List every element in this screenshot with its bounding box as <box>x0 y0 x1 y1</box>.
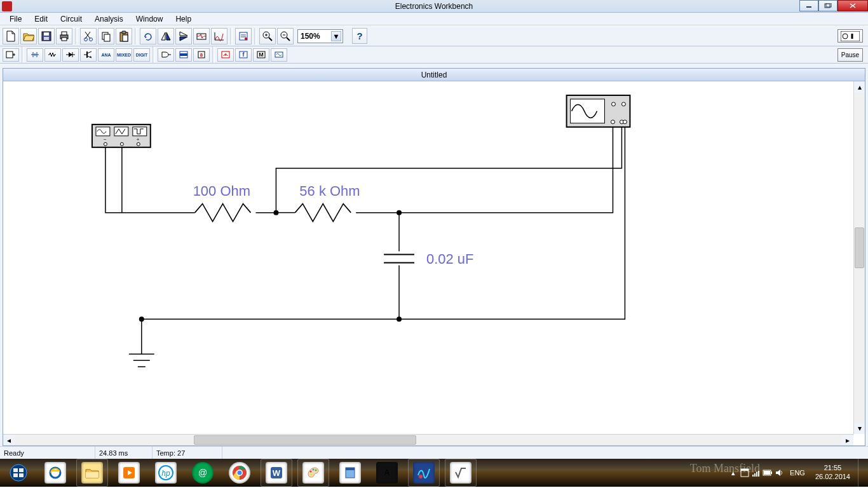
copy-icon[interactable] <box>98 28 114 44</box>
status-temp: Temp: 27 <box>153 447 222 459</box>
task-notes-icon[interactable] <box>332 459 369 487</box>
digital-ics-bin-icon[interactable]: DIGIT <box>133 48 150 62</box>
minimize-button[interactable] <box>799 0 818 11</box>
scroll-thumb[interactable] <box>855 227 864 268</box>
pause-button[interactable]: Pause <box>837 48 863 62</box>
workspace: Untitled <box>0 64 868 446</box>
svg-point-95 <box>313 469 315 471</box>
tray-clock[interactable]: 21:55 26.02.2014 <box>810 464 855 482</box>
tray-network-icon[interactable] <box>750 459 762 487</box>
scroll-right-icon[interactable]: ▸ <box>842 435 853 445</box>
task-media-icon[interactable] <box>111 459 147 487</box>
svg-rect-33 <box>6 51 13 58</box>
task-ewb-icon[interactable] <box>405 459 442 487</box>
start-button[interactable] <box>0 459 37 487</box>
graph-icon[interactable] <box>211 28 227 44</box>
paste-icon[interactable] <box>116 28 132 44</box>
schematic-canvas[interactable]: − + 100 Ohm 56 k Ohm 0.02 uF <box>3 81 853 434</box>
help-button[interactable]: ? <box>352 28 367 44</box>
svg-text:f: f <box>243 51 245 58</box>
open-file-icon[interactable] <box>20 28 37 44</box>
misc-bin-icon[interactable]: f <box>235 48 252 62</box>
task-math-icon[interactable] <box>442 459 479 487</box>
instruments2-bin-icon[interactable] <box>271 48 287 62</box>
analog-ics-bin-icon[interactable]: ANA <box>98 48 114 62</box>
svg-rect-8 <box>60 35 68 39</box>
new-file-icon[interactable] <box>3 28 19 44</box>
basic-bin-icon[interactable] <box>44 48 61 62</box>
task-mail-icon[interactable]: @ <box>184 459 221 487</box>
horizontal-scrollbar[interactable]: ◂ ▸ <box>3 434 853 445</box>
function-generator-instrument[interactable]: − + <box>92 125 151 147</box>
subcircuit-icon[interactable] <box>193 28 210 44</box>
save-file-icon[interactable] <box>38 28 55 44</box>
print-icon[interactable] <box>56 28 72 44</box>
maximize-button[interactable] <box>818 0 837 11</box>
component-properties-icon[interactable] <box>235 28 252 44</box>
simulate-switch[interactable] <box>837 29 863 43</box>
indicators-bin-icon[interactable]: 8 <box>193 48 210 62</box>
sources-bin-icon[interactable] <box>27 48 43 62</box>
svg-line-42 <box>87 51 92 53</box>
svg-rect-18 <box>122 31 126 34</box>
tray-chevron-up-icon[interactable]: ▴ <box>728 459 739 487</box>
resistor-r1[interactable] <box>195 204 251 222</box>
vertical-scrollbar[interactable]: ▴ ▾ <box>853 81 865 434</box>
menu-help[interactable]: Help <box>170 13 197 25</box>
logic-gates-bin-icon[interactable] <box>158 48 174 62</box>
scroll-down-icon[interactable]: ▾ <box>854 423 865 434</box>
svg-rect-67 <box>114 127 128 136</box>
tray-language[interactable]: ENG <box>785 469 810 477</box>
menu-circuit[interactable]: Circuit <box>55 13 88 25</box>
transistors-bin-icon[interactable] <box>80 48 97 62</box>
diodes-bin-icon[interactable] <box>62 48 79 62</box>
svg-point-14 <box>90 37 93 41</box>
svg-point-94 <box>310 471 312 473</box>
instruments-bin-icon[interactable]: M <box>253 48 269 62</box>
menu-file[interactable]: File <box>4 13 27 25</box>
scroll-thumb[interactable] <box>194 435 416 445</box>
window-title-bar: Electronics Workbench <box>0 0 868 13</box>
mixed-ics-bin-icon[interactable]: MIXED <box>116 48 132 62</box>
zoom-select[interactable]: 150% ▾ <box>297 29 343 43</box>
document-title-bar[interactable]: Untitled <box>3 69 865 81</box>
close-button[interactable] <box>837 0 868 11</box>
window-title: Electronics Workbench <box>395 2 473 11</box>
svg-rect-100 <box>417 466 430 479</box>
resistor-r2[interactable] <box>295 204 351 222</box>
r1-label: 100 Ohm <box>193 183 250 199</box>
show-desktop-button[interactable] <box>858 459 864 487</box>
task-hp-icon[interactable]: hp <box>147 459 184 487</box>
scroll-up-icon[interactable]: ▴ <box>854 81 865 93</box>
zoom-in-icon[interactable] <box>259 28 276 44</box>
svg-text:−: − <box>104 137 107 142</box>
tray-action-center-icon[interactable] <box>739 459 750 487</box>
menu-window[interactable]: Window <box>130 13 169 25</box>
tray-battery-icon[interactable] <box>762 459 773 487</box>
task-word-icon[interactable]: W <box>258 459 295 487</box>
menu-edit[interactable]: Edit <box>29 13 53 25</box>
task-chrome-icon[interactable] <box>221 459 258 487</box>
capacitor-c1[interactable] <box>384 255 414 263</box>
flip-horizontal-icon[interactable] <box>158 28 174 44</box>
menu-analysis[interactable]: Analysis <box>89 13 129 25</box>
flip-vertical-icon[interactable] <box>175 28 192 44</box>
controls-bin-icon[interactable] <box>217 48 234 62</box>
document-window: Untitled <box>3 68 865 446</box>
cut-icon[interactable] <box>80 28 97 44</box>
svg-rect-10 <box>62 37 67 41</box>
task-explorer-icon[interactable] <box>74 459 111 487</box>
ground-symbol[interactable] <box>129 354 154 367</box>
rotate-icon[interactable] <box>140 28 156 44</box>
scroll-left-icon[interactable]: ◂ <box>3 435 15 445</box>
favorites-bin-icon[interactable] <box>3 48 19 62</box>
zoom-out-icon[interactable] <box>277 28 294 44</box>
svg-text:8: 8 <box>200 52 203 58</box>
task-a-icon[interactable]: A <box>369 459 405 487</box>
oscilloscope-instrument[interactable] <box>567 95 630 127</box>
digital-bin-icon[interactable] <box>175 48 192 62</box>
svg-rect-6 <box>44 32 49 36</box>
task-paint-icon[interactable] <box>295 459 332 487</box>
tray-volume-icon[interactable] <box>773 459 785 487</box>
task-ie-icon[interactable] <box>37 459 74 487</box>
